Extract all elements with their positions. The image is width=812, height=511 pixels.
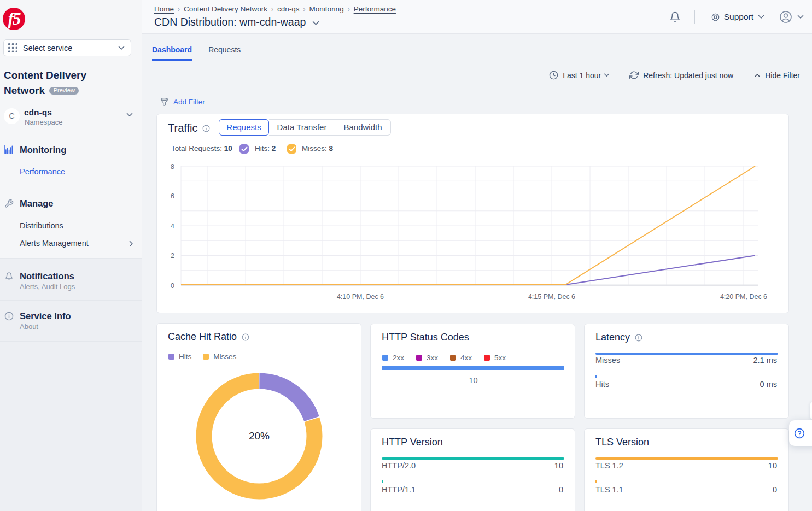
- svg-text:6: 6: [171, 192, 174, 200]
- svg-text:2: 2: [171, 252, 174, 260]
- svg-text:4:10 PM, Dec 6: 4:10 PM, Dec 6: [337, 293, 384, 301]
- svg-text:4:15 PM, Dec 6: 4:15 PM, Dec 6: [528, 293, 575, 301]
- svg-text:4: 4: [171, 222, 174, 230]
- svg-text:20%: 20%: [249, 430, 270, 442]
- svg-text:4:20 PM, Dec 6: 4:20 PM, Dec 6: [720, 293, 767, 301]
- svg-text:0: 0: [171, 282, 174, 290]
- svg-text:8: 8: [171, 163, 174, 171]
